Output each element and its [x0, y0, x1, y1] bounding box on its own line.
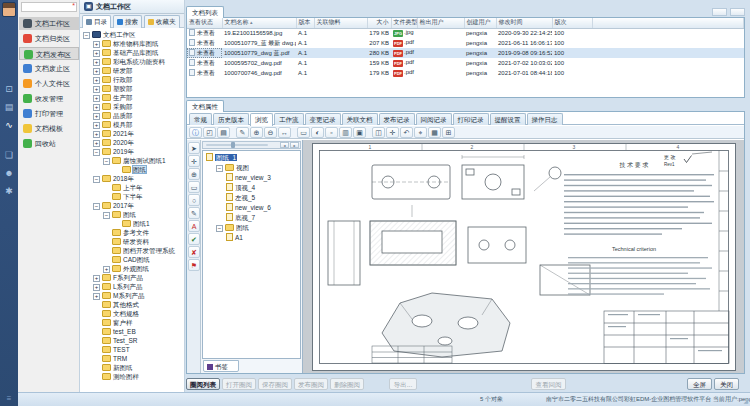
expander-minus-icon[interactable]: − — [103, 158, 110, 165]
tab-reminder-settings[interactable]: 提醒设置 — [490, 113, 526, 125]
structure-node[interactable]: 底视_7 — [203, 213, 300, 223]
tab-related-docs[interactable]: 关联文档 — [342, 113, 378, 125]
zoom-in-icon[interactable]: ⊕ — [250, 127, 263, 138]
table-row[interactable]: 未查看19.E21001156598.jpgA.1179 KBJPG.jpgpe… — [187, 28, 744, 38]
tab-preview[interactable]: 浏览 — [250, 113, 273, 126]
print-icon[interactable]: ▤ — [217, 127, 230, 138]
expander-plus-icon[interactable]: + — [93, 293, 100, 300]
list-panel-minimize-button[interactable] — [712, 8, 727, 16]
tab-search[interactable]: 搜索 — [113, 15, 142, 28]
info-icon[interactable]: ⓘ — [189, 127, 202, 138]
pen-markup-tool[interactable]: ✎ — [188, 207, 200, 219]
tree-node[interactable]: +模具部 — [80, 120, 184, 129]
nav-document-workspace[interactable]: 文档工作区 — [19, 17, 79, 30]
column-header-8[interactable]: 创建用户 — [464, 18, 496, 28]
tab-history[interactable]: 历史版本 — [213, 113, 249, 125]
tree-node[interactable]: test_EB — [80, 327, 184, 336]
zoom-window-tool[interactable]: ⊕ — [188, 168, 200, 180]
expander-plus-icon[interactable]: + — [93, 68, 100, 75]
pages-icon[interactable]: ◫ — [372, 127, 385, 138]
expander-minus-icon[interactable]: − — [103, 212, 110, 219]
fit-width-icon[interactable]: ↔ — [278, 127, 291, 138]
column-header-4[interactable]: 关联物料 — [314, 18, 367, 28]
tree-node[interactable]: +F系列产品 — [80, 273, 184, 282]
table-row[interactable]: 未查看1000595702_dwg.pdfA.1159 KBPDF.pdfpen… — [187, 58, 744, 68]
thumb-slider-handle[interactable] — [231, 142, 235, 148]
structure-node[interactable]: A1 — [203, 233, 300, 243]
tree-node[interactable]: 下半年 — [80, 192, 184, 201]
nav-document-classify[interactable]: 文档归类区 — [19, 32, 79, 45]
gear-icon[interactable]: ✱ — [0, 185, 18, 197]
reject-stamp-tool[interactable]: ✘ — [188, 246, 200, 258]
close-button[interactable]: 关闭 — [714, 378, 739, 390]
tree-node[interactable]: +基础产品库图纸 — [80, 48, 184, 57]
tree-node[interactable]: TRM — [80, 354, 184, 363]
activity-icon[interactable]: ∿ — [0, 119, 18, 131]
tree-node[interactable]: −文档工作区 — [80, 30, 184, 39]
approve-stamp-tool[interactable]: ✔ — [188, 233, 200, 245]
tree-node[interactable]: +2020年 — [80, 138, 184, 147]
tab-workflow[interactable]: 工作流 — [274, 113, 304, 125]
nav-document-template[interactable]: 文档模板 — [19, 122, 79, 135]
tree-node[interactable]: +M系列产品 — [80, 291, 184, 300]
text-markup-tool[interactable]: A — [188, 220, 200, 232]
structure-node[interactable]: 左视_5 — [203, 193, 300, 203]
expander-minus-icon[interactable]: − — [93, 203, 100, 210]
expander-plus-icon[interactable]: + — [93, 86, 100, 93]
annotate-icon[interactable]: ✎ — [236, 127, 249, 138]
expander-minus-icon[interactable]: − — [216, 165, 223, 172]
tree-node[interactable]: −2019年 — [80, 147, 184, 156]
structure-node[interactable]: −图纸 — [203, 223, 300, 233]
tree-node[interactable]: 研发资料 — [80, 237, 184, 246]
tab-change-log[interactable]: 变更记录 — [305, 113, 341, 125]
tree-node[interactable]: 图纸 — [80, 165, 184, 174]
tree-node[interactable]: +塑胶部 — [80, 84, 184, 93]
structure-node[interactable]: new_view_6 — [203, 203, 300, 213]
tab-general[interactable]: 常规 — [189, 113, 212, 125]
rect-markup-tool[interactable]: ▭ — [188, 181, 200, 193]
cad-drawing-canvas[interactable]: 1 2 3 4 — [302, 140, 744, 373]
tree-node[interactable]: 新图纸 — [80, 363, 184, 372]
tab-bookmarks[interactable]: 书签 — [203, 360, 239, 372]
folder-icon[interactable]: ▤ — [0, 101, 18, 113]
review-list-button[interactable]: 圈阅列表 — [186, 378, 220, 390]
tree-node[interactable]: −2018年 — [80, 174, 184, 183]
nav-personal-files[interactable]: 个人文件区 — [19, 77, 79, 90]
expander-plus-icon[interactable]: + — [93, 104, 100, 111]
tree-node[interactable]: +2021年 — [80, 129, 184, 138]
tree-node[interactable]: 窗户样 — [80, 318, 184, 327]
tree-node[interactable]: CAD图纸 — [80, 255, 184, 264]
thumbnail-icon[interactable]: ▣ — [353, 127, 366, 138]
structure-node[interactable]: 顶视_4 — [203, 183, 300, 193]
tree-node[interactable]: 图纸1 — [80, 219, 184, 228]
column-header-5[interactable]: 大小 — [367, 18, 391, 28]
expander-plus-icon[interactable]: + — [93, 77, 100, 84]
table-row[interactable]: 未查看1000510779_蓝 最新 dwg.pdfA.1207 KBPDF.p… — [187, 38, 744, 48]
column-header-2[interactable]: 文档名称 ▴ — [222, 18, 296, 28]
column-header-10[interactable]: 版次 — [552, 18, 592, 28]
pixel-icon[interactable]: ▫ — [325, 127, 338, 138]
table-row[interactable]: 未查看1000700746_dwg.pdfA.1179 KBPDF.pdfpen… — [187, 68, 744, 78]
nav-send-receive[interactable]: 收发管理 — [19, 92, 79, 105]
expander-plus-icon[interactable]: + — [93, 131, 100, 138]
tree-node[interactable]: +彩电系统功能资料 — [80, 57, 184, 66]
tree-node[interactable]: 文档规格 — [80, 309, 184, 318]
struct-next-button[interactable]: ▸ — [290, 142, 299, 148]
copy-icon[interactable]: ❏ — [0, 149, 18, 161]
tree-node[interactable]: +行政部 — [80, 75, 184, 84]
monitor-icon[interactable]: ⊡ — [0, 83, 18, 95]
pan-icon[interactable]: ✛ — [386, 127, 399, 138]
select-tool[interactable]: ➤ — [188, 142, 200, 154]
tree-node[interactable]: +研发部 — [80, 66, 184, 75]
expander-minus-icon[interactable]: − — [83, 32, 90, 39]
grid-icon[interactable]: ▦ — [428, 127, 441, 138]
tree-node[interactable]: −腐蚀测试图纸1 — [80, 156, 184, 165]
tree-node[interactable]: 参考文件 — [80, 228, 184, 237]
tab-favorites[interactable]: 收藏夹 — [144, 15, 180, 28]
expander-plus-icon[interactable]: + — [93, 275, 100, 282]
expander-minus-icon[interactable]: − — [216, 225, 223, 232]
tree-node[interactable]: +品质部 — [80, 111, 184, 120]
tree-node[interactable]: +外观图纸 — [80, 264, 184, 273]
tree-node[interactable]: +生产部 — [80, 93, 184, 102]
tree-node[interactable]: 上半年 — [80, 183, 184, 192]
